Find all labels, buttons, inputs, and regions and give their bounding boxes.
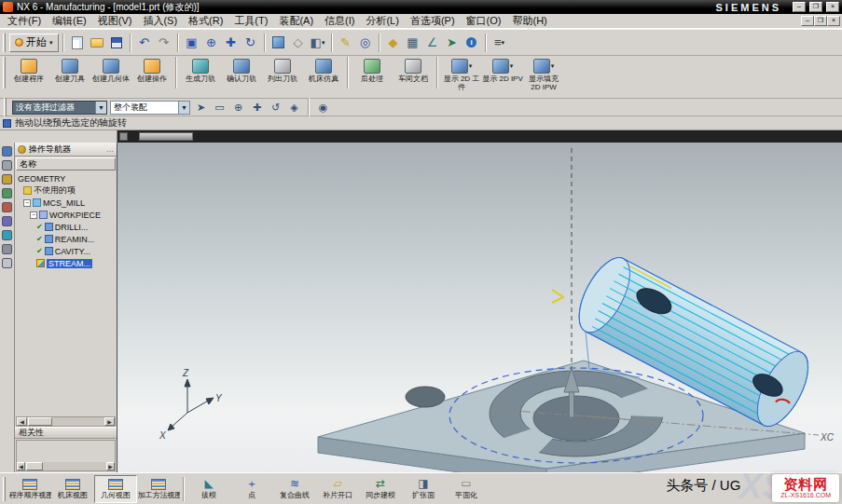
chevron-down-icon[interactable]: ▾ [469, 62, 473, 70]
command-list-icon[interactable]: ≡▾ [490, 34, 509, 52]
draft-tool-button[interactable]: ◣ 拔模 [187, 475, 230, 503]
open-file-icon[interactable] [88, 34, 106, 52]
chevron-down-icon[interactable]: ▼ [178, 102, 189, 114]
create-geometry-button[interactable]: 创建几何体 [90, 57, 131, 92]
scroll-right-icon[interactable]: ▶ [106, 462, 115, 470]
history-icon[interactable] [2, 244, 12, 254]
scrollbar-left-button[interactable] [119, 132, 128, 141]
restore-button[interactable]: ❐ [809, 2, 822, 12]
menu-analysis[interactable]: 分析(L) [360, 13, 404, 29]
machine-simulation-button[interactable]: 机床仿真 [303, 57, 344, 92]
generate-toolpath-button[interactable]: 生成刀轨 [180, 57, 221, 92]
flatten-button[interactable]: ▭ 平面化 [445, 475, 488, 503]
view-orient-menu-icon[interactable]: ◧▾ [309, 34, 327, 52]
selection-filter-dropdown[interactable]: 没有选择过滤器 ▼ [12, 101, 107, 115]
doc-close-button[interactable]: × [827, 16, 840, 26]
find-component-icon[interactable]: ◉ [315, 101, 331, 115]
tree-row-workpiece[interactable]: − WORKPIECE [15, 209, 117, 221]
sketch-icon[interactable]: ✎ [337, 34, 355, 52]
close-button[interactable]: × [826, 2, 839, 12]
save-icon[interactable] [107, 34, 126, 52]
geometry-view-button[interactable]: 几何视图 [94, 475, 137, 503]
datum-icon[interactable]: ◎ [356, 34, 375, 52]
select-cursor-icon[interactable]: ➤ [193, 101, 209, 115]
minimize-button[interactable]: – [793, 2, 806, 12]
synchronous-modeling-button[interactable]: ⇄ 同步建模 [359, 475, 402, 503]
create-program-button[interactable]: 创建程序 [8, 57, 49, 92]
menu-window[interactable]: 窗口(O) [461, 13, 507, 29]
dependencies-scrollbar[interactable]: ◀ ▶ [17, 462, 115, 470]
scroll-right-icon[interactable]: ▶ [104, 417, 115, 426]
rotate-view-icon[interactable]: ↻ [242, 34, 260, 52]
fit-view-icon[interactable]: ▣ [183, 34, 201, 52]
snap-center-icon[interactable]: ⊕ [230, 101, 246, 115]
menu-edit[interactable]: 编辑(E) [47, 13, 92, 29]
shop-documentation-button[interactable]: 车间文档 [393, 57, 434, 92]
show-filled-2d-ipw-button[interactable]: ▾ 显示填充 2D IPW [523, 57, 564, 92]
redo-icon[interactable]: ↷ [155, 34, 173, 52]
collapse-icon[interactable]: − [23, 199, 31, 207]
new-file-icon[interactable] [68, 34, 87, 52]
show-2d-ipv-button[interactable]: ▾ 显示 2D IPV [482, 57, 523, 92]
composite-curve-button[interactable]: ≋ 复合曲线 [273, 475, 316, 503]
dependencies-header[interactable]: 相关性 [15, 427, 117, 439]
tree-row-unused-items[interactable]: 不使用的项 [15, 184, 117, 197]
menu-insert[interactable]: 插入(S) [137, 13, 183, 29]
doc-restore-button[interactable]: ❐ [814, 16, 827, 26]
navigator-horizontal-scrollbar[interactable]: ◀ ▶ [16, 416, 116, 427]
constraint-navigator-icon[interactable] [2, 160, 12, 170]
scroll-left-icon[interactable]: ◀ [17, 417, 27, 426]
machining-method-view-button[interactable]: 加工方法视图 [137, 475, 180, 503]
create-operation-button[interactable]: 创建操作 [131, 57, 173, 92]
chevron-down-icon[interactable]: ▾ [551, 62, 555, 70]
navigator-header[interactable]: 操作导航器 … [15, 143, 117, 157]
scroll-left-icon[interactable]: ◀ [17, 462, 25, 470]
verify-toolpath-button[interactable]: 确认刀轨 [221, 57, 262, 92]
list-toolpath-button[interactable]: 列出刀轨 [262, 57, 303, 92]
chevron-down-icon[interactable]: ▼ [95, 102, 106, 114]
toolbar-grip[interactable] [4, 98, 7, 116]
roles-icon[interactable] [2, 258, 12, 268]
selection-arrow-icon[interactable]: ➤ [443, 34, 462, 52]
doc-minimize-button[interactable]: – [801, 16, 814, 26]
shaded-view-icon[interactable] [269, 34, 288, 52]
point-tool-button[interactable]: ＋ 点 [230, 475, 273, 503]
tree-row-geometry[interactable]: GEOMETRY [15, 172, 117, 184]
toolbar-grip[interactable] [3, 477, 6, 501]
show-2d-workpiece-button[interactable]: ▾ 显示 2D 工件 [441, 57, 482, 92]
chevron-down-icon[interactable]: ▾ [510, 62, 514, 70]
machining-feature-navigator-icon[interactable] [2, 202, 12, 212]
measure-icon[interactable]: ∠ [423, 34, 442, 52]
program-order-view-button[interactable]: 程序顺序视图 [8, 475, 51, 503]
part-navigator-icon[interactable] [2, 174, 12, 184]
assembly-navigator-icon[interactable] [2, 146, 12, 157]
pan-icon[interactable]: ✚ [222, 34, 241, 52]
cycle-selection-icon[interactable]: ↺ [268, 101, 283, 115]
menu-information[interactable]: 信息(I) [319, 13, 360, 29]
tree-row-cavity[interactable]: ✔ CAVITY... [15, 245, 117, 257]
scrollbar-thumb[interactable] [26, 462, 43, 470]
reuse-library-icon[interactable] [2, 216, 12, 226]
navigator-column-header[interactable]: 名称 [16, 157, 116, 170]
patch-opening-button[interactable]: ▱ 补片开口 [316, 475, 359, 503]
menu-tools[interactable]: 工具(T) [228, 13, 273, 29]
highlight-icon[interactable]: ◈ [286, 101, 302, 115]
menu-assemblies[interactable]: 装配(A) [273, 13, 319, 29]
tree-row-drilling[interactable]: ✔ DRILLI... [15, 221, 117, 233]
wireframe-view-icon[interactable]: ◇ [289, 34, 308, 52]
selection-scope-dropdown[interactable]: 整个装配 ▼ [110, 101, 190, 115]
machine-tool-view-button[interactable]: 机床视图 [51, 475, 94, 503]
information-icon[interactable]: i [462, 34, 481, 52]
undo-icon[interactable]: ↶ [135, 34, 154, 52]
graphics-viewport[interactable]: XC [117, 143, 842, 472]
toolbar-grip[interactable] [3, 57, 6, 89]
menu-file[interactable]: 文件(F) [2, 13, 47, 29]
operation-navigator-icon[interactable] [2, 188, 12, 198]
tree-row-reaming[interactable]: ✔ REAMIN... [15, 233, 117, 245]
layer-settings-icon[interactable]: ▦ [404, 34, 422, 52]
menu-view[interactable]: 视图(V) [92, 13, 138, 29]
scrollbar-thumb[interactable] [28, 417, 52, 426]
menu-help[interactable]: 帮助(H) [506, 13, 552, 29]
zoom-icon[interactable]: ⊕ [202, 34, 221, 52]
postprocess-button[interactable]: 后处理 [352, 57, 393, 92]
